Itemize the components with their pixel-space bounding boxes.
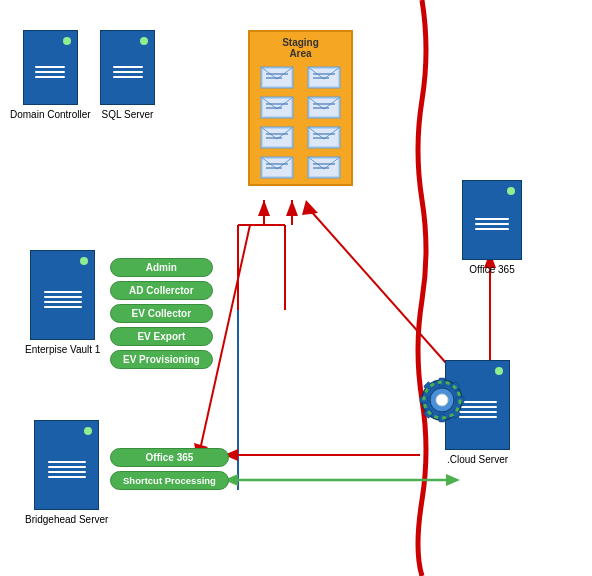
line1 (35, 66, 65, 68)
server-dot (495, 367, 503, 375)
envelope-7 (255, 153, 299, 179)
server-box (34, 420, 99, 510)
server-dot (80, 257, 88, 265)
line3 (35, 76, 65, 78)
server-dot (84, 427, 92, 435)
ev-provisioning-button[interactable]: EV Provisioning (110, 350, 213, 369)
server-lines (44, 291, 82, 308)
line2 (113, 71, 143, 73)
server-dot (140, 37, 148, 45)
server-lines (475, 218, 509, 230)
ad-collector-button[interactable]: AD Collerctor (110, 281, 213, 300)
server-box (23, 30, 78, 105)
server-lines (35, 66, 65, 78)
line2 (475, 223, 509, 225)
svg-marker-4 (258, 200, 270, 216)
svg-marker-9 (302, 200, 318, 215)
svg-marker-5 (286, 200, 298, 216)
ev-export-button[interactable]: EV Export (110, 327, 213, 346)
line3 (475, 228, 509, 230)
line3 (48, 471, 86, 473)
shortcut-processing-label: Shortcut Processing (123, 475, 216, 486)
server-dot (507, 187, 515, 195)
svg-rect-21 (266, 73, 288, 75)
staging-grid (255, 63, 346, 179)
office365-button[interactable]: Office 365 (110, 448, 229, 467)
bridgehead-server-label: Bridgehead Server (25, 514, 108, 525)
svg-rect-45 (266, 163, 288, 165)
line2 (44, 296, 82, 298)
svg-rect-50 (313, 167, 329, 169)
svg-rect-37 (266, 133, 288, 135)
cloud-server-container: .Cloud Server (445, 360, 510, 465)
diagram: Domain Controller SQL Server StagingArea (0, 0, 592, 576)
bridgehead-buttons-container: Office 365 Shortcut Processing (110, 448, 229, 490)
envelope-4 (303, 93, 347, 119)
ev-collector-button[interactable]: EV Collector (110, 304, 213, 323)
line2 (35, 71, 65, 73)
line4 (48, 476, 86, 478)
envelope-6 (303, 123, 347, 149)
domain-controller-server: Domain Controller (10, 30, 91, 120)
gear-icon (417, 375, 467, 427)
svg-rect-25 (313, 73, 335, 75)
sql-server: SQL Server (100, 30, 155, 120)
bridgehead-server: Bridgehead Server (25, 420, 108, 525)
staging-area: StagingArea (248, 30, 353, 186)
server-dot (63, 37, 71, 45)
svg-rect-29 (266, 103, 288, 105)
admin-button[interactable]: Admin (110, 258, 213, 277)
sql-server-label: SQL Server (102, 109, 154, 120)
svg-rect-30 (266, 107, 282, 109)
ev-buttons-container: Admin AD Collerctor EV Collector EV Expo… (110, 258, 213, 369)
line2 (48, 466, 86, 468)
server-lines (48, 461, 86, 478)
svg-rect-22 (266, 77, 282, 79)
enterprise-vault-label: Enterpise Vault 1 (25, 344, 100, 355)
cloud-server-label: .Cloud Server (447, 454, 508, 465)
svg-rect-34 (313, 107, 329, 109)
envelope-2 (303, 63, 347, 89)
svg-rect-33 (313, 103, 335, 105)
svg-marker-15 (446, 474, 460, 486)
shortcut-processing-button[interactable]: Shortcut Processing (110, 471, 229, 490)
line1 (48, 461, 86, 463)
envelope-5 (255, 123, 299, 149)
svg-rect-49 (313, 163, 335, 165)
envelope-3 (255, 93, 299, 119)
line3 (113, 76, 143, 78)
enterprise-vault-server: Enterpise Vault 1 (25, 250, 100, 355)
svg-rect-42 (313, 137, 329, 139)
staging-label: StagingArea (255, 37, 346, 59)
server-box (100, 30, 155, 105)
server-box (30, 250, 95, 340)
svg-point-53 (436, 394, 448, 406)
server-lines (113, 66, 143, 78)
svg-rect-41 (313, 133, 335, 135)
domain-controller-label: Domain Controller (10, 109, 91, 120)
envelope-8 (303, 153, 347, 179)
office365-server: Office 365 (462, 180, 522, 275)
line1 (44, 291, 82, 293)
line3 (44, 301, 82, 303)
svg-rect-38 (266, 137, 282, 139)
line1 (475, 218, 509, 220)
svg-rect-26 (313, 77, 329, 79)
office365-server-label: Office 365 (469, 264, 514, 275)
line1 (113, 66, 143, 68)
envelope-1 (255, 63, 299, 89)
line4 (44, 306, 82, 308)
server-box (462, 180, 522, 260)
svg-rect-46 (266, 167, 282, 169)
